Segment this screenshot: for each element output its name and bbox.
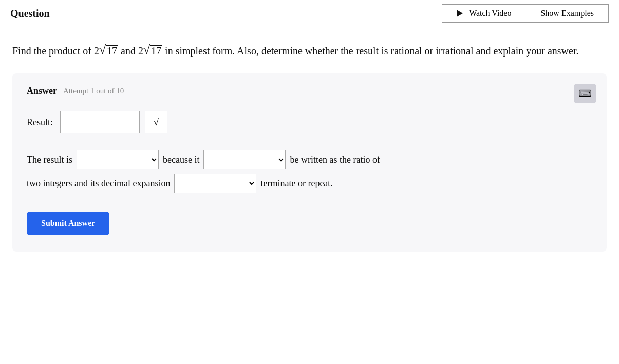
sentence-two-integers: two integers and its decimal expansion — [27, 175, 170, 191]
keyboard-icon: ⌨ — [578, 88, 592, 99]
result-label: Result: — [27, 117, 53, 128]
question-middle: and — [121, 45, 136, 56]
question-prefix: Find the product of — [12, 45, 91, 56]
sqrt-symbol: √ — [154, 117, 159, 128]
sentence-prefix: The result is — [27, 151, 72, 168]
page-title: Question — [10, 8, 50, 20]
watch-video-button[interactable]: Watch Video — [442, 4, 526, 23]
sentence-because: because it — [163, 151, 199, 168]
answer-section: Answer Attempt 1 out of 10 ⌨ Result: √ T… — [12, 73, 607, 252]
result-input[interactable] — [60, 111, 140, 133]
main-content: Find the product of 2√17 and 2√17 in sim… — [0, 27, 619, 262]
sqrt-button[interactable]: √ — [145, 111, 167, 133]
expression-1: 2√17 — [94, 45, 118, 56]
sentence-row-2: two integers and its decimal expansion d… — [27, 174, 592, 193]
result-row: Result: √ — [27, 111, 592, 133]
question-suffix: in simplest form. Also, determine whethe… — [165, 45, 578, 56]
show-examples-label: Show Examples — [540, 9, 594, 18]
answer-label: Answer — [27, 86, 57, 97]
attempt-text: Attempt 1 out of 10 — [63, 87, 124, 95]
submit-answer-button[interactable]: Submit Answer — [27, 212, 109, 235]
can-cannot-dropdown[interactable]: can cannot — [203, 150, 286, 169]
sentence-suffix1: be written as the ratio of — [290, 151, 380, 168]
header-buttons: Watch Video Show Examples — [442, 4, 609, 23]
expression-2: 2√17 — [138, 45, 162, 56]
does-does-not-dropdown[interactable]: does does not — [174, 174, 256, 193]
keyboard-icon-button[interactable]: ⌨ — [574, 84, 596, 103]
rationality-dropdown[interactable]: rational irrational — [77, 150, 159, 169]
show-examples-button[interactable]: Show Examples — [526, 4, 609, 23]
answer-header: Answer Attempt 1 out of 10 — [27, 86, 592, 97]
header: Question Watch Video Show Examples — [0, 0, 619, 27]
sentence-terminate: terminate or repeat. — [260, 175, 332, 191]
question-text: Find the product of 2√17 and 2√17 in sim… — [12, 43, 607, 59]
watch-video-label: Watch Video — [469, 9, 511, 18]
play-icon — [457, 10, 463, 17]
sentence-row-1: The result is rational irrational becaus… — [27, 150, 592, 169]
